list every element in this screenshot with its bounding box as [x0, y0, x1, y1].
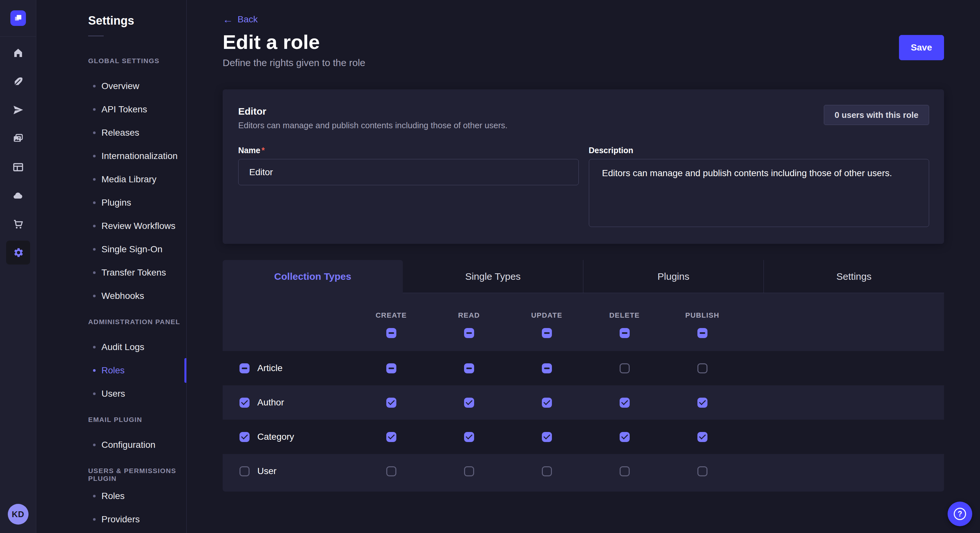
content-type-builder-feather-icon[interactable]	[6, 70, 30, 94]
role-summary: Editors can manage and publish contents …	[238, 120, 508, 131]
main-nav-rail: KD	[0, 0, 36, 533]
cell-publish	[663, 398, 741, 408]
bullet-icon	[93, 155, 95, 157]
bullet-icon	[93, 108, 95, 111]
user-update-checkbox-unchecked[interactable]	[542, 466, 552, 476]
user-create-checkbox-unchecked[interactable]	[386, 466, 396, 476]
rail-divider	[0, 36, 36, 36]
sidebar-item-webhooks[interactable]: Webhooks	[36, 284, 186, 308]
name-input[interactable]	[238, 159, 579, 185]
row-article-checkbox-indeterminate[interactable]	[240, 363, 250, 373]
sidebar-item-media-library[interactable]: Media Library	[36, 168, 186, 191]
column-delete: Delete	[585, 311, 663, 338]
sidebar-item-transfer-tokens[interactable]: Transfer Tokens	[36, 261, 186, 284]
bullet-icon	[93, 369, 95, 372]
bullet-icon	[93, 201, 95, 204]
sidebar-item-plugins[interactable]: Plugins	[36, 191, 186, 214]
settings-gear-icon[interactable]	[6, 241, 30, 265]
sidebar-item-single-sign-on[interactable]: Single Sign-On	[36, 238, 186, 261]
user-avatar[interactable]: KD	[8, 504, 29, 525]
permissions-rows: ArticleAuthorCategoryUser	[223, 351, 944, 488]
cell-read	[430, 466, 508, 476]
column-label: Update	[531, 311, 562, 320]
author-read-checkbox-checked[interactable]	[464, 398, 474, 408]
permission-row-author: Author	[223, 385, 944, 420]
save-button[interactable]: Save	[899, 35, 944, 60]
media-library-pictures-icon[interactable]	[6, 127, 30, 151]
bullet-icon	[93, 346, 95, 348]
role-name-heading: Editor	[238, 105, 508, 118]
tab-plugins[interactable]: Plugins	[583, 260, 764, 293]
article-create-checkbox-indeterminate[interactable]	[386, 363, 396, 373]
category-publish-checkbox-checked[interactable]	[697, 432, 708, 442]
bullet-icon	[93, 495, 95, 497]
author-publish-checkbox-checked[interactable]	[697, 398, 708, 408]
category-update-checkbox-checked[interactable]	[542, 432, 552, 442]
tab-settings[interactable]: Settings	[764, 260, 944, 293]
cell-read	[430, 432, 508, 442]
settings-subnav: Settings GLOBAL SETTINGSOverviewAPI Toke…	[36, 0, 187, 533]
cell-delete	[585, 398, 663, 408]
sidebar-item-users[interactable]: Users	[36, 382, 186, 405]
select-all-create-checkbox-indeterminate[interactable]	[386, 328, 396, 338]
deploy-paper-plane-icon[interactable]	[6, 98, 30, 122]
category-read-checkbox-checked[interactable]	[464, 432, 474, 442]
sidebar-item-roles[interactable]: Roles	[36, 484, 186, 508]
author-create-checkbox-checked[interactable]	[386, 398, 396, 408]
select-all-publish-checkbox-indeterminate[interactable]	[697, 328, 708, 338]
sidebar-item-label: Internationalization	[102, 151, 178, 161]
home-icon[interactable]	[6, 41, 30, 65]
section-label: GLOBAL SETTINGS	[36, 57, 186, 66]
back-link[interactable]: ← Back	[223, 14, 258, 25]
article-read-checkbox-indeterminate[interactable]	[464, 363, 474, 373]
row-category-checkbox-checked[interactable]	[240, 432, 250, 442]
sidebar-item-label: Users	[102, 389, 125, 399]
tab-single-types[interactable]: Single Types	[403, 260, 583, 293]
article-publish-checkbox-unchecked[interactable]	[697, 363, 708, 373]
name-field-group: Name*	[238, 146, 579, 228]
sidebar-item-overview[interactable]: Overview	[36, 75, 186, 98]
cell-read	[430, 363, 508, 373]
cloud-icon[interactable]	[6, 184, 30, 208]
sidebar-item-review-workflows[interactable]: Review Workflows	[36, 214, 186, 238]
cell-read	[430, 398, 508, 408]
rail-nav	[6, 41, 30, 269]
user-publish-checkbox-unchecked[interactable]	[697, 466, 708, 476]
author-update-checkbox-checked[interactable]	[542, 398, 552, 408]
select-all-delete-checkbox-indeterminate[interactable]	[620, 328, 630, 338]
help-button[interactable]	[948, 501, 972, 526]
user-delete-checkbox-unchecked[interactable]	[620, 466, 630, 476]
select-all-read-checkbox-indeterminate[interactable]	[464, 328, 474, 338]
sidebar-item-audit-logs[interactable]: Audit Logs	[36, 335, 186, 359]
sidebar-item-releases[interactable]: Releases	[36, 121, 186, 144]
sidebar-item-internationalization[interactable]: Internationalization	[36, 144, 186, 168]
sidebar-item-api-tokens[interactable]: API Tokens	[36, 98, 186, 121]
section-label: ADMINISTRATION PANEL	[36, 318, 186, 327]
category-delete-checkbox-checked[interactable]	[620, 432, 630, 442]
row-author-checkbox-checked[interactable]	[240, 398, 250, 408]
select-all-update-checkbox-indeterminate[interactable]	[542, 328, 552, 338]
sidebar-item-providers[interactable]: Providers	[36, 508, 186, 531]
sidebar-item-configuration[interactable]: Configuration	[36, 433, 186, 457]
author-delete-checkbox-checked[interactable]	[620, 398, 630, 408]
marketplace-cart-icon[interactable]	[6, 212, 30, 236]
sidebar-item-roles[interactable]: Roles	[36, 359, 186, 382]
strapi-logo[interactable]	[10, 10, 26, 26]
user-read-checkbox-unchecked[interactable]	[464, 466, 474, 476]
article-update-checkbox-indeterminate[interactable]	[542, 363, 552, 373]
content-manager-layout-icon[interactable]	[6, 155, 30, 179]
cell-update	[508, 432, 585, 442]
permissions-header-row: CreateReadUpdateDeletePublish	[223, 293, 944, 351]
strapi-logo-mark	[14, 14, 22, 22]
sidebar-item-label: Roles	[102, 365, 125, 376]
app-window: KD Settings GLOBAL SETTINGSOverviewAPI T…	[0, 0, 980, 533]
row-user-checkbox-unchecked[interactable]	[240, 466, 250, 476]
description-textarea[interactable]: Editors can manage and publish contents …	[589, 159, 929, 227]
category-create-checkbox-checked[interactable]	[386, 432, 396, 442]
cell-create	[352, 466, 430, 476]
column-create: Create	[352, 311, 430, 338]
article-delete-checkbox-unchecked[interactable]	[620, 363, 630, 373]
tab-collection-types[interactable]: Collection Types	[223, 260, 403, 293]
bullet-icon	[93, 271, 95, 274]
name-field-label: Name*	[238, 146, 579, 155]
